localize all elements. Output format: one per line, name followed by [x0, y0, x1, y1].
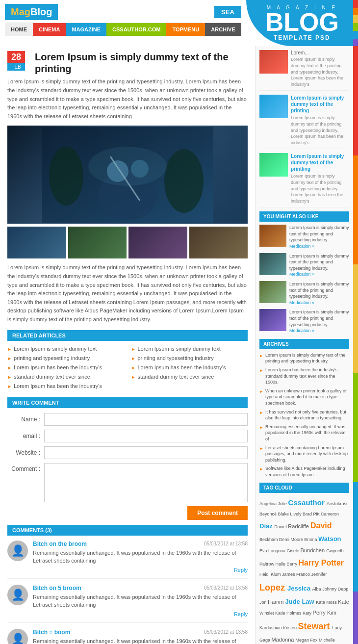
medication-4[interactable]: Medication »	[289, 328, 314, 333]
comments-section: COMMENTS (3) 👤 Bitch on the broom 05/03/…	[7, 525, 248, 644]
sidebar-thumb-1	[259, 50, 288, 74]
tag-angelina[interactable]: Angelina Jolie	[259, 501, 288, 506]
tag-megan[interactable]: Megan Fox	[295, 638, 319, 643]
tag-cameron[interactable]: Cameron	[321, 512, 339, 516]
nav-cssauthor[interactable]: CSSAUTHOR.COM	[106, 23, 166, 36]
medication-3[interactable]: Medication »	[289, 300, 314, 305]
tag-blake[interactable]: Blake Lively	[278, 512, 303, 516]
tag-paltrow[interactable]: Paltrow	[259, 562, 276, 567]
article-body1: Lorem Ipsum is simply dummy text of the …	[7, 77, 248, 121]
tag-diaz[interactable]: Diaz	[259, 522, 274, 530]
tag-alba[interactable]: Alba	[312, 587, 323, 592]
tag-james[interactable]: James	[282, 572, 296, 577]
tag-bundchen[interactable]: Bundchen	[301, 547, 327, 553]
medication-2[interactable]: Medication »	[289, 272, 314, 277]
sidebar-thumb-3	[259, 153, 288, 177]
tag-franco[interactable]: Franco	[296, 572, 311, 577]
tag-cssauthor[interactable]: Cssauthor	[288, 498, 327, 507]
tag-emma[interactable]: Emma	[305, 537, 319, 542]
tag-hamm[interactable]: Hamm	[268, 599, 285, 605]
tag-katemoss[interactable]: Kate Moss	[316, 600, 338, 605]
tag-jennifer[interactable]: Jennifer	[311, 572, 327, 577]
tag-kardashian[interactable]: Kardashian	[259, 625, 283, 630]
tag-katy[interactable]: Katy	[303, 611, 313, 616]
tag-cloud: Angelina Jolie Cssauthor Aristokrasi Bey…	[259, 496, 349, 644]
comment-3-author: Bitch = boom	[33, 629, 70, 636]
main-image	[7, 126, 248, 224]
thumb-3[interactable]	[128, 227, 187, 258]
name-label: Name :	[7, 416, 44, 423]
tag-jude[interactable]: Jude Law	[285, 598, 316, 605]
tag-madonna[interactable]: Madonna	[272, 637, 296, 643]
reply-1-link[interactable]: Reply	[234, 567, 248, 573]
tag-eva[interactable]: Eva	[259, 548, 268, 553]
sidebar-item-2-link[interactable]: Lorem Ipsum is simply dummy text of the …	[291, 95, 349, 114]
tag-katieholmes[interactable]: Katie Holmes	[275, 611, 303, 616]
sidebar-top-item-3: Lorem Ipsum is simply dummy text of the …	[259, 153, 349, 207]
comment-3: 👤 Bitch = boom 05/03/2012 at 13:58 Remai…	[7, 629, 248, 644]
avatar-3: 👤	[7, 629, 28, 644]
tag-longoria[interactable]: Longoria	[268, 548, 287, 553]
tag-brad[interactable]: Brad Pitt	[303, 512, 321, 516]
right-color-strip	[353, 46, 358, 644]
related-item: ►printing and typesetting industry	[7, 354, 124, 362]
template-label: TEMPLATE PSD	[274, 34, 331, 41]
tag-beyonce[interactable]: Beyoncé	[259, 512, 278, 516]
sidebar-top-item-1: Lorem... Lorem Ipsum is simply dummy tex…	[259, 50, 349, 91]
comments-header: COMMENTS (3)	[7, 525, 248, 536]
related-item: ►Lorem Ipsum has been the industry's	[7, 363, 124, 371]
reply-2-link[interactable]: Reply	[234, 611, 248, 617]
archive-item-6: ►Letraset sheets containing Lorem Ipsum …	[259, 445, 349, 464]
thumb-4[interactable]	[189, 227, 248, 258]
logo[interactable]: MagBlog	[5, 4, 58, 20]
tag-beckham[interactable]: Beckham	[259, 537, 279, 542]
nav-archive[interactable]: ARCHIVE	[205, 23, 241, 36]
nav-home[interactable]: HOME	[5, 23, 33, 36]
email-input[interactable]	[44, 430, 248, 442]
comment-2-date: 05/03/2012 at 13:58	[204, 585, 248, 591]
tag-watson[interactable]: Watson	[318, 535, 341, 542]
tag-demi[interactable]: Demi Moore	[279, 537, 305, 542]
tag-gisele[interactable]: Gisele	[287, 548, 301, 553]
main-content-wrap: 28 FEB Lorem Ipsum is simply dummy text …	[0, 46, 358, 644]
comment-label: Comment :	[7, 465, 44, 472]
tag-radcliffe[interactable]: Radcliffe	[288, 523, 310, 529]
search-button[interactable]: SEA	[214, 6, 241, 18]
name-input[interactable]	[44, 413, 248, 426]
nav-cinema[interactable]: CINEMA	[33, 23, 66, 36]
related-item: ►Lorem Ipsum has been the industry's	[131, 363, 248, 371]
tag-kristen[interactable]: Kristen	[283, 625, 298, 630]
tag-gwyneth[interactable]: Gwyneth	[326, 548, 344, 553]
related-item: ►printing and typesetting industry	[131, 354, 248, 362]
nav-topmenu[interactable]: TOPMENU	[166, 23, 205, 36]
tag-heidi[interactable]: Heidi Klum	[259, 572, 282, 577]
sidebar-item-3-link[interactable]: Lorem Ipsum is simply dummy text of the …	[291, 153, 349, 172]
comment-2-text: Remaining essentially unchanged. It was …	[33, 593, 248, 609]
tag-winslet[interactable]: Winslet	[259, 611, 275, 616]
date-badge: 28 FEB	[7, 51, 30, 71]
tag-jessica[interactable]: Jessica	[287, 585, 312, 592]
tag-halle[interactable]: Halle Berry	[276, 562, 299, 567]
thumb-1[interactable]	[7, 227, 66, 258]
tag-harry[interactable]: Harry Potter	[299, 559, 344, 567]
tag-johnny[interactable]: Johnny Depp	[322, 587, 348, 592]
tag-kate[interactable]: Kate	[338, 599, 349, 605]
tag-stewart[interactable]: Stewart	[298, 621, 332, 631]
sidebar-item-2-desc: Lorem Ipsum is simply dummy text of the …	[291, 115, 349, 146]
tag-aristokrasi[interactable]: Aristokrasi	[327, 501, 347, 506]
tag-daniel[interactable]: Daniel	[274, 524, 288, 529]
medication-1[interactable]: Medication »	[289, 244, 314, 249]
post-comment-button[interactable]: Post comment	[187, 506, 248, 520]
avatar-1: 👤	[7, 541, 28, 561]
tag-lopez[interactable]: Lopez	[259, 583, 287, 592]
comment-1-text: Remaining essentially unchanged. It was …	[33, 549, 248, 565]
tag-perrykim[interactable]: Perry Kim	[313, 610, 336, 616]
tag-david[interactable]: David	[310, 521, 332, 530]
tag-jon[interactable]: Jon	[259, 600, 268, 605]
svg-point-5	[49, 147, 83, 206]
thumb-2[interactable]	[68, 227, 127, 258]
nav-magazine[interactable]: MAGAZINE	[66, 23, 106, 36]
website-input[interactable]	[44, 446, 248, 459]
comment-textarea[interactable]	[44, 463, 248, 502]
header-left: MagBlog SEA HOME CINEMA MAGAZINE CSSAUTH…	[0, 0, 246, 46]
